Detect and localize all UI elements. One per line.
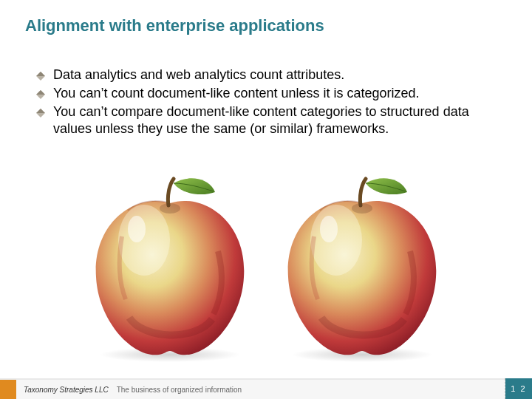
diamond-bullet-icon: [34, 106, 47, 120]
apple-image: [78, 170, 262, 362]
footer-right: 1 2: [505, 378, 532, 399]
svg-point-9: [160, 203, 180, 214]
svg-point-12: [320, 216, 338, 242]
slide: Alignment with enterprise applications D…: [0, 0, 532, 399]
svg-point-11: [310, 205, 362, 276]
svg-point-8: [128, 216, 146, 242]
apple-image-row: [0, 170, 532, 369]
footer-bar: Taxonomy Strategies LLC The business of …: [0, 378, 532, 399]
bullet-list: Data analytics and web analytics count a…: [34, 66, 499, 139]
svg-point-7: [118, 205, 170, 276]
bullet-text: Data analytics and web analytics count a…: [53, 66, 344, 83]
bullet-text: You can’t count document-like content un…: [53, 85, 420, 102]
svg-point-13: [352, 203, 372, 214]
list-item: Data analytics and web analytics count a…: [34, 66, 499, 83]
footer-text: Taxonomy Strategies LLC The business of …: [24, 386, 242, 394]
apple-image: [270, 170, 454, 362]
footer-accent: [0, 380, 16, 399]
bullet-text: You can’t compare document-like content …: [53, 103, 499, 137]
page-title: Alignment with enterprise applications: [25, 16, 324, 35]
list-item: You can’t compare document-like content …: [34, 103, 499, 137]
diamond-bullet-icon: [34, 88, 47, 101]
page-number: 1 2: [505, 378, 532, 399]
diamond-bullet-icon: [34, 69, 47, 83]
list-item: You can’t count document-like content un…: [34, 85, 499, 102]
footer-company: Taxonomy Strategies LLC: [24, 386, 109, 394]
footer-tagline: The business of organized information: [117, 386, 242, 394]
